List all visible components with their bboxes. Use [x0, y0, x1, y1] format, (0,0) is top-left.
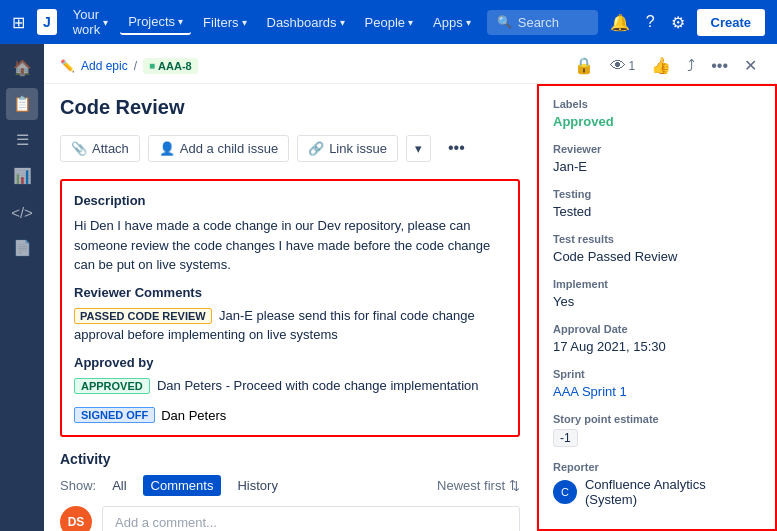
link-issue-button[interactable]: 🔗 Link issue: [297, 135, 398, 162]
sprint-title: Sprint: [553, 368, 761, 380]
nav-items: Your work ▾ Projects ▾ Filters ▾ Dashboa…: [65, 3, 479, 41]
approval-date-value: 17 Aug 2021, 15:30: [553, 339, 761, 354]
labels-value: Approved: [553, 114, 761, 129]
testing-value: Tested: [553, 204, 761, 219]
search-bar[interactable]: 🔍 Search: [487, 10, 598, 35]
attach-icon: 📎: [71, 141, 87, 156]
test-results-title: Test results: [553, 233, 761, 245]
chevron-icon: ▾: [103, 17, 108, 28]
labels-title: Labels: [553, 98, 761, 110]
sprint-value[interactable]: AAA Sprint 1: [553, 384, 761, 399]
thumbsup-icon[interactable]: 👍: [647, 54, 675, 77]
reporter-value: Confluence Analytics (System): [585, 477, 761, 507]
approved-text: APPROVED Dan Peters - Proceed with code …: [74, 376, 506, 396]
watch-icon[interactable]: 👁 1: [606, 55, 640, 77]
chevron-icon: ▾: [408, 17, 413, 28]
signed-off-badge: SIGNED OFF: [74, 407, 155, 423]
notifications-icon[interactable]: 🔔: [606, 9, 634, 36]
reporter-title: Reporter: [553, 461, 761, 473]
settings-icon[interactable]: ⚙: [667, 9, 689, 36]
newest-first-button[interactable]: Newest first ⇅: [437, 478, 520, 493]
link-icon: 🔗: [308, 141, 324, 156]
issue-toolbar: 📎 Attach 👤 Add a child issue 🔗 Link issu…: [60, 133, 520, 163]
tab-history[interactable]: History: [229, 475, 285, 496]
description-title: Description: [74, 193, 506, 208]
sidebar-reports-icon[interactable]: 📊: [6, 160, 38, 192]
labels-field: Labels Approved: [553, 98, 761, 129]
sidebar-board-icon[interactable]: 📋: [6, 88, 38, 120]
sidebar-code-icon[interactable]: </>: [6, 196, 38, 228]
tab-comments[interactable]: Comments: [143, 475, 222, 496]
more-options-button[interactable]: ▾: [406, 135, 431, 162]
activity-title: Activity: [60, 451, 520, 467]
chevron-icon: ▾: [242, 17, 247, 28]
ellipsis-button[interactable]: •••: [439, 133, 474, 163]
approval-date-title: Approval Date: [553, 323, 761, 335]
left-panel: Code Review 📎 Attach 👤 Add a child issue…: [44, 84, 537, 531]
help-icon[interactable]: ?: [642, 9, 659, 35]
user-avatar: DS: [60, 506, 92, 531]
tab-all[interactable]: All: [104, 475, 134, 496]
nav-icon-group: 🔔 ? ⚙: [606, 9, 689, 36]
implement-value: Yes: [553, 294, 761, 309]
sprint-field: Sprint AAA Sprint 1: [553, 368, 761, 399]
test-results-value: Code Passed Review: [553, 249, 761, 264]
testing-title: Testing: [553, 188, 761, 200]
description-text: Hi Den I have made a code change in our …: [74, 216, 506, 275]
chevron-icon: ▾: [340, 17, 345, 28]
issue-modal: ✏️ Add epic / ■ AAA-8 🔒 👁 1 👍 ⤴ ••• ✕ Co…: [44, 44, 777, 531]
chevron-icon: ▾: [178, 16, 183, 27]
nav-dashboards[interactable]: Dashboards ▾: [259, 11, 353, 34]
approval-date-field: Approval Date 17 Aug 2021, 15:30: [553, 323, 761, 354]
sidebar-home-icon[interactable]: 🏠: [6, 52, 38, 84]
modal-body: Code Review 📎 Attach 👤 Add a child issue…: [44, 84, 777, 531]
reviewer-value: Jan-E: [553, 159, 761, 174]
description-section: Description Hi Den I have made a code ch…: [60, 179, 520, 437]
reviewer-comments-title: Reviewer Comments: [74, 285, 506, 300]
add-child-issue-button[interactable]: 👤 Add a child issue: [148, 135, 289, 162]
child-icon: 👤: [159, 141, 175, 156]
nav-apps[interactable]: Apps ▾: [425, 11, 479, 34]
testing-field: Testing Tested: [553, 188, 761, 219]
add-epic-link[interactable]: Add epic: [81, 59, 128, 73]
implement-title: Implement: [553, 278, 761, 290]
modal-header: ✏️ Add epic / ■ AAA-8 🔒 👁 1 👍 ⤴ ••• ✕: [44, 44, 777, 84]
issue-title: Code Review: [60, 96, 520, 119]
activity-section: Activity Show: All Comments History Newe…: [60, 451, 520, 531]
nav-people[interactable]: People ▾: [357, 11, 421, 34]
reviewer-field: Reviewer Jan-E: [553, 143, 761, 174]
app-logo: J: [37, 9, 57, 35]
issue-id-badge: ■ AAA-8: [143, 58, 198, 74]
approved-by-title: Approved by: [74, 355, 506, 370]
modal-action-bar: 🔒 👁 1 👍 ⤴ ••• ✕: [570, 54, 762, 77]
chevron-icon: ▾: [466, 17, 471, 28]
reporter-avatar: C: [553, 480, 577, 504]
nav-filters[interactable]: Filters ▾: [195, 11, 254, 34]
comment-input-row: DS Add a comment...: [60, 506, 520, 531]
story-points-value: -1: [553, 429, 761, 447]
right-panel: Labels Approved Reviewer Jan-E Testing T…: [537, 84, 777, 531]
nav-your-work[interactable]: Your work ▾: [65, 3, 116, 41]
passed-badge: PASSED CODE REVIEW: [74, 308, 212, 324]
grid-icon[interactable]: ⊞: [12, 13, 25, 32]
nav-projects[interactable]: Projects ▾: [120, 10, 191, 35]
comment-input[interactable]: Add a comment...: [102, 506, 520, 531]
attach-button[interactable]: 📎 Attach: [60, 135, 140, 162]
implement-field: Implement Yes: [553, 278, 761, 309]
create-button[interactable]: Create: [697, 9, 765, 36]
share-icon[interactable]: ⤴: [683, 55, 699, 77]
test-results-field: Test results Code Passed Review: [553, 233, 761, 264]
breadcrumb: ✏️ Add epic / ■ AAA-8: [60, 58, 198, 74]
reporter-row: C Confluence Analytics (System): [553, 477, 761, 507]
top-navigation: ⊞ J Your work ▾ Projects ▾ Filters ▾ Das…: [0, 0, 777, 44]
close-icon[interactable]: ✕: [740, 54, 761, 77]
activity-filter-row: Show: All Comments History Newest first …: [60, 475, 520, 496]
reviewer-title: Reviewer: [553, 143, 761, 155]
sidebar-backlog-icon[interactable]: ☰: [6, 124, 38, 156]
reviewer-comment-text: PASSED CODE REVIEW Jan-E please send thi…: [74, 306, 506, 345]
sidebar-pages-icon[interactable]: 📄: [6, 232, 38, 264]
more-icon[interactable]: •••: [707, 55, 732, 77]
approved-badge: APPROVED: [74, 378, 150, 394]
lock-icon[interactable]: 🔒: [570, 54, 598, 77]
signed-off-name: Dan Peters: [161, 408, 226, 423]
